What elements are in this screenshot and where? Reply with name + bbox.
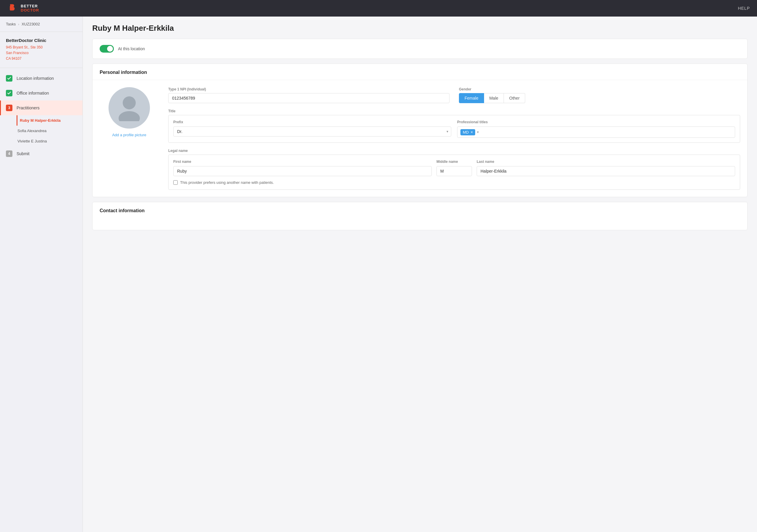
nav-items: Location information Office information … xyxy=(0,68,82,164)
breadcrumb-id: XUZ23002 xyxy=(21,22,40,26)
breadcrumb: Tasks › XUZ23002 xyxy=(0,16,82,32)
submit-label: Submit xyxy=(16,151,30,156)
toggle-label: At this location xyxy=(118,46,145,51)
middle-name-sublabel: Middle name xyxy=(437,160,472,164)
clinic-info: BetterDoctor Clinic 945 Bryant St., Ste … xyxy=(0,32,82,68)
svg-point-2 xyxy=(123,96,136,109)
title-section: Title Prefix Dr. Mr. Ms. Mrs. xyxy=(168,109,740,143)
prof-titles-input[interactable]: MD × ▾ xyxy=(457,127,735,138)
first-name-group: First name xyxy=(173,160,432,176)
sub-item-ruby[interactable]: Ruby M Halper-Erkkila xyxy=(16,115,82,126)
svg-point-3 xyxy=(119,111,140,121)
last-name-group: Last name xyxy=(477,160,735,176)
contact-info-header: Contact information xyxy=(93,202,747,218)
clinic-name: BetterDoctor Clinic xyxy=(6,38,76,43)
submit-badge: 4 xyxy=(6,150,13,157)
legal-name-label: Legal name xyxy=(168,149,740,153)
personal-info-card: Personal information Add a profile pictu… xyxy=(92,64,747,197)
sidebar: Tasks › XUZ23002 BetterDoctor Clinic 945… xyxy=(0,16,83,532)
alt-name-label: This provider prefers using another name… xyxy=(180,180,274,185)
prefix-group: Prefix Dr. Mr. Ms. Mrs. ▾ xyxy=(173,120,451,136)
practitioners-badge: 3 xyxy=(6,104,13,111)
sub-item-sofia[interactable]: Sofia Alexandrea xyxy=(16,126,82,136)
address-line2: San Francisco xyxy=(6,50,76,56)
personal-info-header: Personal information xyxy=(93,64,747,80)
prof-titles-chevron-icon[interactable]: ▾ xyxy=(477,130,479,134)
add-photo-link[interactable]: Add a profile picture xyxy=(112,133,146,137)
main-content: Ruby M Halper-Erkkila At this location P… xyxy=(83,16,757,532)
logo-text: BETTER DOCTOR xyxy=(21,4,39,13)
sidebar-item-office[interactable]: Office information xyxy=(0,86,82,101)
gender-label: Gender xyxy=(459,87,740,91)
gender-male-btn[interactable]: Male xyxy=(484,93,504,103)
avatar-placeholder xyxy=(108,87,150,129)
prof-titles-sublabel: Professional titles xyxy=(457,120,735,124)
prefix-sublabel: Prefix xyxy=(173,120,451,124)
breadcrumb-chevron: › xyxy=(18,22,19,26)
tasks-link[interactable]: Tasks xyxy=(6,22,16,26)
at-location-toggle[interactable] xyxy=(100,45,114,53)
app-layout: Tasks › XUZ23002 BetterDoctor Clinic 945… xyxy=(0,16,757,532)
sidebar-item-location[interactable]: Location information xyxy=(0,71,82,86)
logo: B BETTER DOCTOR xyxy=(7,3,39,14)
address-line3: CA 94107 xyxy=(6,56,76,62)
alt-name-row: This provider prefers using another name… xyxy=(173,180,735,185)
toggle-card: At this location xyxy=(92,39,747,59)
middle-name-input[interactable] xyxy=(437,166,472,176)
contact-info-card: Contact information xyxy=(92,202,747,230)
top-nav: B BETTER DOCTOR HELP xyxy=(0,0,757,16)
first-name-sublabel: First name xyxy=(173,160,432,164)
svg-text:B: B xyxy=(10,5,13,11)
gender-buttons: Female Male Other xyxy=(459,93,740,103)
office-check-badge xyxy=(6,90,13,96)
sub-item-viviette-label: Viviette E Justina xyxy=(17,139,47,143)
legal-name-box: First name Middle name Last name xyxy=(168,155,740,190)
legal-name-section: Legal name First name Middle name xyxy=(168,149,740,190)
logo-icon: B xyxy=(7,3,18,14)
profile-pic-area: Add a profile picture xyxy=(100,87,159,190)
personal-info-body: Add a profile picture Type 1 NPI (Indivi… xyxy=(93,80,747,197)
location-label: Location information xyxy=(16,76,54,81)
alt-name-checkbox[interactable] xyxy=(173,180,178,185)
check-icon-2 xyxy=(7,91,11,95)
logo-doctor: DOCTOR xyxy=(21,8,39,13)
location-check-badge xyxy=(6,75,13,81)
npi-input[interactable] xyxy=(168,93,449,103)
prof-titles-group: Professional titles MD × ▾ xyxy=(457,120,735,138)
sidebar-item-practitioners[interactable]: 3 Practitioners xyxy=(0,101,82,115)
legal-name-fields: First name Middle name Last name xyxy=(173,160,735,176)
avatar-silhouette xyxy=(117,95,141,121)
page-title: Ruby M Halper-Erkkila xyxy=(92,24,747,33)
gender-other-btn[interactable]: Other xyxy=(504,93,525,103)
last-name-input[interactable] xyxy=(477,166,735,176)
gender-group: Gender Female Male Other xyxy=(459,87,740,103)
practitioners-label: Practitioners xyxy=(16,105,40,110)
first-name-input[interactable] xyxy=(173,166,432,176)
title-label: Title xyxy=(168,109,740,113)
md-tag-remove[interactable]: × xyxy=(470,130,473,134)
last-name-sublabel: Last name xyxy=(477,160,735,164)
sub-item-viviette[interactable]: Viviette E Justina xyxy=(16,136,82,146)
check-icon xyxy=(7,76,11,80)
logo-better: BETTER xyxy=(21,4,39,8)
npi-label: Type 1 NPI (Individual) xyxy=(168,87,449,91)
middle-name-group: Middle name xyxy=(437,160,472,176)
help-link[interactable]: HELP xyxy=(738,6,750,11)
clinic-address: 945 Bryant St., Ste 350 San Francisco CA… xyxy=(6,44,76,62)
sub-items: Ruby M Halper-Erkkila Sofia Alexandrea V… xyxy=(0,115,82,146)
npi-gender-row: Type 1 NPI (Individual) Gender Female Ma… xyxy=(168,87,740,103)
sub-item-ruby-label: Ruby M Halper-Erkkila xyxy=(20,118,61,123)
prefix-select-wrapper: Dr. Mr. Ms. Mrs. ▾ xyxy=(173,127,451,136)
prefix-select[interactable]: Dr. Mr. Ms. Mrs. xyxy=(173,127,451,136)
md-tag: MD × xyxy=(460,129,475,135)
contact-info-body-placeholder xyxy=(93,218,747,230)
form-fields: Type 1 NPI (Individual) Gender Female Ma… xyxy=(168,87,740,190)
npi-group: Type 1 NPI (Individual) xyxy=(168,87,449,103)
sub-item-sofia-label: Sofia Alexandrea xyxy=(17,129,46,133)
address-line1: 945 Bryant St., Ste 350 xyxy=(6,44,76,50)
md-tag-label: MD xyxy=(463,130,469,134)
title-box: Prefix Dr. Mr. Ms. Mrs. ▾ xyxy=(168,115,740,143)
sidebar-item-submit[interactable]: 4 Submit xyxy=(0,146,82,161)
office-label: Office information xyxy=(16,91,49,96)
gender-female-btn[interactable]: Female xyxy=(459,93,484,103)
